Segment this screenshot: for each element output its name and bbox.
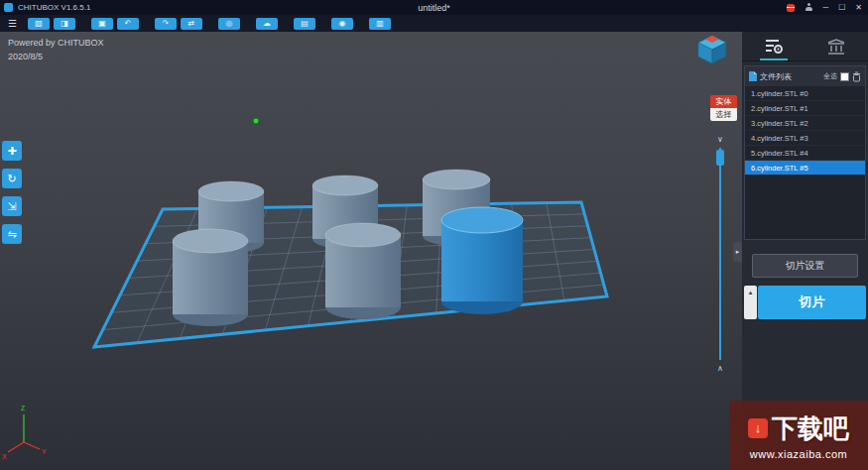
user-account-icon[interactable] xyxy=(805,3,812,12)
open-file-button[interactable]: ▧ xyxy=(28,18,50,30)
list-item[interactable]: 2.cylinder.STL #1 xyxy=(745,101,865,116)
scale-tool-button[interactable]: ⇲ xyxy=(2,196,22,216)
mirror-button[interactable]: ⇄ xyxy=(181,18,202,30)
panel-tabs xyxy=(742,32,868,61)
select-all-checkbox[interactable] xyxy=(840,72,849,81)
slice-button-group: ▴ 切片 xyxy=(744,286,866,319)
tab-file-settings[interactable] xyxy=(742,32,806,60)
list-item-selected[interactable]: 6.cylinder.STL #5 xyxy=(745,161,865,176)
minimize-button[interactable]: ─ xyxy=(822,3,828,12)
list-item[interactable]: 1.cylinder.STL #0 xyxy=(745,86,865,101)
slider-handle[interactable] xyxy=(716,150,724,166)
mirror-tool-button[interactable]: ⇋ xyxy=(2,224,22,244)
cylinder-model-5[interactable] xyxy=(325,223,401,319)
app-logo-icon xyxy=(4,3,13,12)
cylinder-model-4[interactable] xyxy=(173,229,248,326)
slice-settings-button[interactable]: 切片设置 xyxy=(752,254,858,278)
render-mode-buttons: 实体 选择 xyxy=(710,95,737,121)
watermark: ↓ 下载吧 www.xiazaiba.com xyxy=(729,401,868,470)
list-item[interactable]: 5.cylinder.STL #4 xyxy=(745,146,865,161)
trash-icon[interactable] xyxy=(852,71,861,82)
close-button[interactable]: ✕ xyxy=(855,3,862,12)
projector-button[interactable]: ◉ xyxy=(331,18,353,30)
render-mode-solid-button[interactable]: 实体 xyxy=(710,95,737,108)
watermark-title: 下载吧 xyxy=(772,411,849,446)
hollow-button[interactable]: ◎ xyxy=(218,18,240,30)
axis-x-label: X xyxy=(2,453,7,460)
file-list-gear-icon xyxy=(764,38,784,55)
promo-icon[interactable] xyxy=(787,4,795,12)
print-button[interactable]: ▥ xyxy=(369,18,391,30)
list-item[interactable]: 4.cylinder.STL #3 xyxy=(745,131,865,146)
undo-button[interactable]: ↶ xyxy=(117,18,139,30)
move-tool-button[interactable]: ✚ xyxy=(2,141,22,161)
slice-button[interactable]: 切片 xyxy=(758,286,866,319)
slice-expand-button[interactable]: ▴ xyxy=(744,286,757,319)
layer-preview-slider: ∨ ∧ xyxy=(714,135,726,373)
viewport-3d[interactable]: Powered by CHITUBOX 2020/8/5 Z X Y ✚ ↻ ⇲… xyxy=(0,32,742,470)
copy-button[interactable]: ▣ xyxy=(91,18,113,30)
title-bar: CHITUBOX V1.6.5.1 untitled* ─ ☐ ✕ xyxy=(0,0,868,15)
cylinder-model-6[interactable] xyxy=(441,207,523,314)
scene-canvas[interactable]: Z X Y xyxy=(0,32,742,470)
transform-toolbar: ✚ ↻ ⇲ ⇋ xyxy=(2,141,22,244)
tab-support[interactable] xyxy=(806,32,868,60)
main-toolbar: ☰ ▧ ◨ ▣ ↶ ↷ ⇄ ◎ ☁ ▤ ◉ ▥ xyxy=(0,15,868,32)
axes-indicator: Z X Y xyxy=(2,405,47,460)
render-mode-pick-button[interactable]: 选择 xyxy=(710,108,737,121)
support-edit-button[interactable]: ▤ xyxy=(294,18,315,30)
orientation-cube[interactable] xyxy=(692,34,732,65)
slider-collapse-icon[interactable]: ∨ xyxy=(714,135,726,144)
window-controls: ─ ☐ ✕ xyxy=(787,0,862,15)
redo-button[interactable]: ↷ xyxy=(155,18,177,30)
document-title: untitled* xyxy=(418,3,450,13)
app-title: CHITUBOX V1.6.5.1 xyxy=(18,3,90,12)
axis-z-label: Z xyxy=(21,405,26,411)
save-button[interactable]: ◨ xyxy=(54,18,75,30)
origin-marker xyxy=(253,118,259,124)
support-pillars-icon xyxy=(827,39,845,55)
select-all-label: 全选 xyxy=(823,71,837,81)
slider-track[interactable] xyxy=(719,148,721,360)
maximize-button[interactable]: ☐ xyxy=(838,3,845,12)
list-item[interactable]: 3.cylinder.STL #2 xyxy=(745,116,865,131)
file-list-header: 文件列表 全选 xyxy=(745,66,865,86)
file-icon xyxy=(749,71,757,81)
network-send-button[interactable]: ☁ xyxy=(256,18,278,30)
panel-collapse-button[interactable]: ▸ xyxy=(733,242,742,262)
slider-expand-icon[interactable]: ∧ xyxy=(714,364,726,373)
file-list-title: 文件列表 xyxy=(760,71,792,82)
download-arrow-icon: ↓ xyxy=(748,418,768,438)
watermark-url: www.xiazaiba.com xyxy=(750,448,847,460)
menu-button[interactable]: ☰ xyxy=(8,18,17,29)
rotate-tool-button[interactable]: ↻ xyxy=(2,169,22,188)
axis-y-label: Y xyxy=(42,448,47,455)
file-list: 文件列表 全选 1.cylinder.STL #0 2.cylinder.STL… xyxy=(744,65,866,240)
